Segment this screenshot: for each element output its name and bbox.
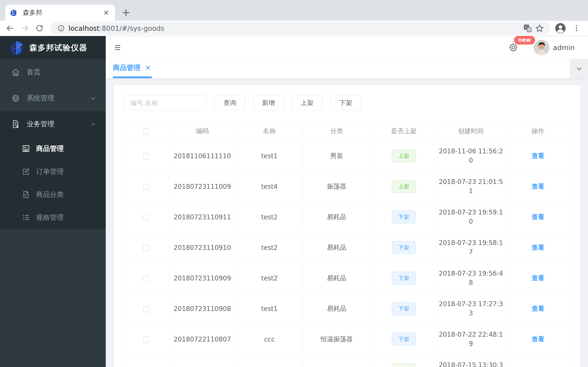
search-input[interactable] xyxy=(123,95,207,110)
cell-select xyxy=(123,324,169,355)
sidebar-item-business[interactable]: 业务管理 xyxy=(0,111,106,137)
col-header-name: 名称 xyxy=(236,122,303,141)
tags-bar: 商品管理 ✕ xyxy=(106,59,588,78)
browser-tab-strip: 森多邦 ✕ + xyxy=(0,0,588,21)
status-badge: 下架 xyxy=(392,333,416,346)
cell-name: test2 xyxy=(236,263,303,293)
row-checkbox[interactable] xyxy=(143,214,149,221)
hamburger-icon[interactable] xyxy=(112,41,125,54)
cell-status: 上架 xyxy=(370,141,437,171)
row-checkbox[interactable] xyxy=(143,306,149,312)
bookmark-star-icon[interactable] xyxy=(534,22,545,34)
sidebar-subitem-goods[interactable]: 商品管理 xyxy=(0,137,106,160)
cell-status: 上架 xyxy=(370,355,437,367)
table-row: 上架2018-07-15 13:30:3 xyxy=(123,355,572,367)
cell-actions: 查看 xyxy=(504,202,572,233)
cell-actions: 查看 xyxy=(504,141,572,171)
sidebar-group-business: 业务管理 商品管理 订单管理 商品分类 规格管理 xyxy=(0,111,106,229)
cell-code: 20180723110909 xyxy=(169,263,236,293)
select-all-checkbox[interactable] xyxy=(143,128,149,134)
reload-icon[interactable] xyxy=(32,22,47,35)
created-time: 2018-07-23 21:01:51 xyxy=(437,177,504,196)
browser-profile-icon[interactable] xyxy=(554,22,567,34)
view-link[interactable]: 查看 xyxy=(532,183,545,190)
cell-created: 2018-11-06 11:56:20 xyxy=(437,141,504,171)
view-link[interactable]: 查看 xyxy=(532,335,545,343)
edit-square-icon xyxy=(22,167,30,176)
created-time: 2018-07-15 13:30:3 xyxy=(437,361,504,367)
view-link[interactable]: 查看 xyxy=(532,305,545,312)
row-checkbox[interactable] xyxy=(143,184,149,190)
cell-code: 20180723111009 xyxy=(169,171,236,202)
goods-card: 查询 新增 上架 下架 编码 名称 分类 xyxy=(114,85,581,367)
cell-code: 20180723110911 xyxy=(169,202,236,233)
cell-created: 2018-07-23 19:58:17 xyxy=(437,233,504,263)
cell-status: 下架 xyxy=(370,202,437,233)
sidebar-item-home[interactable]: 首页 xyxy=(0,59,106,85)
cell-select xyxy=(123,263,169,293)
put-on-button[interactable]: 上架 xyxy=(292,95,323,110)
sidebar-subitem-orders[interactable]: 订单管理 xyxy=(0,160,106,183)
sidebar-subitem-label: 商品分类 xyxy=(36,190,64,199)
sidebar-subitem-categories[interactable]: 商品分类 xyxy=(0,183,106,206)
document-gear-icon xyxy=(11,120,20,129)
topbar: new admin xyxy=(106,36,588,59)
sidebar-subitem-specs[interactable]: 规格管理 xyxy=(0,206,106,229)
cell-actions xyxy=(504,355,572,367)
cell-created: 2018-07-23 21:01:51 xyxy=(437,171,504,202)
browser-menu-icon[interactable] xyxy=(573,24,580,32)
cell-name: test2 xyxy=(236,233,303,263)
cell-category: 易耗品 xyxy=(303,233,370,263)
created-time: 2018-07-23 19:59:10 xyxy=(437,208,504,226)
add-button[interactable]: 新增 xyxy=(253,95,284,110)
browser-tab[interactable]: 森多邦 ✕ xyxy=(5,5,115,21)
cell-created: 2018-07-22 22:48:19 xyxy=(437,324,504,355)
gear-icon xyxy=(11,94,20,103)
browser-toolbar: localhost:8001/#/sys-goods G 文 xyxy=(0,21,588,36)
created-time: 2018-07-23 19:58:17 xyxy=(437,238,504,257)
row-checkbox[interactable] xyxy=(143,336,149,343)
tab-goods-management[interactable]: 商品管理 ✕ xyxy=(113,59,152,78)
row-checkbox[interactable] xyxy=(143,245,149,251)
sidebar-subitem-label: 订单管理 xyxy=(36,167,64,176)
cell-category: 易耗品 xyxy=(303,202,370,233)
row-checkbox[interactable] xyxy=(143,153,149,160)
query-button[interactable]: 查询 xyxy=(214,95,245,110)
row-checkbox[interactable] xyxy=(143,275,149,282)
back-icon[interactable] xyxy=(3,22,17,35)
avatar[interactable] xyxy=(534,40,549,55)
view-link[interactable]: 查看 xyxy=(532,274,545,282)
sidebar-subitem-label: 商品管理 xyxy=(36,144,64,153)
tab-close-icon[interactable]: ✕ xyxy=(144,64,152,72)
translate-icon[interactable]: G 文 xyxy=(521,22,534,34)
take-off-button[interactable]: 下架 xyxy=(330,95,361,110)
table-row: 20180723110910test2易耗品下架2018-07-23 19:58… xyxy=(123,233,572,263)
col-header-status: 是否上架 xyxy=(370,122,437,141)
cell-select xyxy=(123,293,169,324)
goods-table: 编码 名称 分类 是否上架 创建时间 操作 20181106111110test… xyxy=(123,121,572,367)
tags-dropdown-button[interactable] xyxy=(570,59,588,78)
cell-category: 恒温振荡器 xyxy=(303,324,370,355)
site-info-icon[interactable] xyxy=(58,25,65,32)
status-badge: 下架 xyxy=(392,272,416,284)
chevron-down-icon xyxy=(575,65,583,73)
tab-close-icon[interactable]: ✕ xyxy=(102,8,110,17)
view-link[interactable]: 查看 xyxy=(532,244,545,251)
cell-actions: 查看 xyxy=(504,263,572,293)
cell-status: 下架 xyxy=(370,324,437,355)
view-link[interactable]: 查看 xyxy=(532,152,545,160)
sidebar-item-system[interactable]: 系统管理 xyxy=(0,85,106,111)
cell-actions: 查看 xyxy=(504,324,572,355)
url-bar[interactable]: localhost:8001/#/sys-goods G 文 xyxy=(51,22,551,35)
page-content: 查询 新增 上架 下架 编码 名称 分类 xyxy=(106,78,588,367)
cell-name: test1 xyxy=(236,293,303,324)
view-link[interactable]: 查看 xyxy=(532,213,545,221)
username: admin xyxy=(553,44,575,52)
forward-icon[interactable] xyxy=(17,22,32,35)
brand-logo-icon xyxy=(10,40,25,56)
cell-name: ccc xyxy=(236,324,303,355)
sidebar-item-label: 系统管理 xyxy=(27,93,90,103)
url-path: :8001/#/sys-goods xyxy=(100,24,164,32)
new-tab-button[interactable]: + xyxy=(120,6,132,18)
col-header-code: 编码 xyxy=(169,122,236,141)
